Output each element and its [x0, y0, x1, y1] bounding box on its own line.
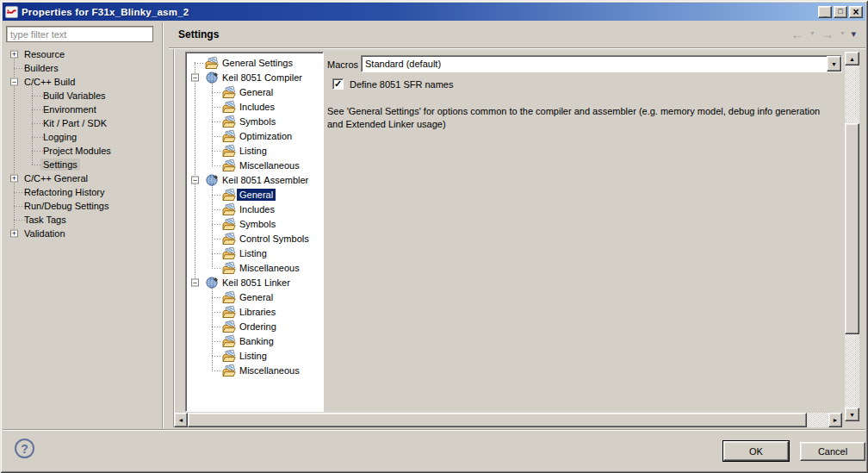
tree-item-refactoring-history[interactable]: Refactoring History	[5, 185, 162, 199]
tree-item-environment[interactable]: Environment	[5, 103, 162, 116]
horizontal-scrollbar[interactable]: ◄ ►	[174, 413, 842, 427]
tree-item-miscellaneous[interactable]: Miscellaneous	[188, 158, 323, 172]
macros-dropdown[interactable]: Standard (default) ▼	[361, 55, 842, 72]
settings-category-icon	[222, 305, 236, 318]
tree-line	[212, 239, 222, 240]
maximize-button[interactable]: □	[834, 6, 847, 18]
tree-line	[212, 121, 222, 122]
scroll-left-icon[interactable]: ◄	[174, 413, 188, 427]
tree-item-label: C/C++ Build	[22, 76, 78, 88]
panel-sash[interactable]	[162, 22, 164, 428]
tree-item-label: Listing	[237, 145, 270, 157]
tree-item-keil-8051-compiler[interactable]: − Keil 8051 Compiler	[188, 70, 323, 84]
tree-item-banking[interactable]: Banking	[188, 333, 323, 348]
vertical-scrollbar[interactable]: ▲ ▼	[845, 52, 859, 421]
tree-item-optimization[interactable]: Optimization	[188, 128, 323, 143]
tree-item-symbols[interactable]: Symbols	[188, 216, 323, 231]
tree-item-resource[interactable]: +Resource	[5, 47, 162, 61]
tree-item-control-symbols[interactable]: Control Symbols	[188, 231, 323, 246]
tree-item-logging[interactable]: Logging	[5, 130, 162, 144]
tree-line	[212, 327, 222, 327]
back-icon[interactable]: ←	[790, 28, 803, 40]
ok-button-face[interactable]: OK	[723, 441, 789, 461]
settings-category-icon	[222, 232, 236, 245]
sfr-names-checkbox[interactable]: ✓	[332, 78, 344, 90]
settings-category-icon	[222, 188, 236, 201]
tree-item-ordering[interactable]: Ordering	[188, 319, 323, 333]
tool-icon	[205, 173, 219, 186]
tree-item-c-c-general[interactable]: +C/C++ General	[5, 171, 162, 185]
expand-icon[interactable]: +	[10, 230, 18, 238]
tree-item-miscellaneous[interactable]: Miscellaneous	[188, 363, 323, 377]
filter-input[interactable]	[6, 26, 153, 42]
settings-category-icon	[222, 349, 236, 362]
settings-category-icon	[222, 85, 236, 98]
collapse-icon[interactable]: −	[10, 78, 18, 86]
tree-item-general-settings[interactable]: General Settings	[188, 55, 323, 70]
tree-item-listing[interactable]: Listing	[188, 246, 323, 260]
tree-item-keil-8051-assembler[interactable]: − Keil 8051 Assembler	[188, 172, 323, 187]
scrollbar-thumb[interactable]	[845, 123, 859, 334]
scroll-right-icon[interactable]: ►	[828, 413, 842, 427]
checkmark-icon: ✓	[334, 79, 342, 89]
tree-item-label: Refactoring History	[22, 186, 108, 198]
tree-item-symbols[interactable]: Symbols	[188, 114, 323, 128]
tree-item-libraries[interactable]: Libraries	[188, 304, 323, 319]
tree-item-includes[interactable]: Includes	[188, 202, 323, 216]
tool-settings-panel: General Settings− Keil 8051 Compiler Gen…	[185, 52, 324, 412]
scroll-down-icon[interactable]: ▼	[845, 408, 859, 421]
tree-item-settings[interactable]: Settings	[5, 158, 162, 171]
footer-divider	[3, 429, 865, 431]
forward-icon[interactable]: →	[821, 28, 834, 40]
tree-item-miscellaneous[interactable]: Miscellaneous	[188, 260, 323, 275]
cancel-button[interactable]: Cancel	[800, 442, 865, 461]
tree-item-label: Listing	[237, 247, 270, 259]
collapse-icon[interactable]: −	[191, 73, 199, 81]
tree-item-listing[interactable]: Listing	[188, 143, 323, 158]
ok-button[interactable]: OK	[722, 440, 790, 462]
tree-line	[212, 136, 222, 137]
tree-item-c-c-build[interactable]: −C/C++ Build	[5, 75, 162, 89]
tree-item-includes[interactable]: Includes	[188, 99, 323, 114]
tree-item-label: Builders	[22, 62, 61, 74]
tree-item-label: General Settings	[220, 57, 295, 69]
help-button[interactable]: ?	[15, 439, 34, 458]
collapse-icon[interactable]: −	[191, 176, 199, 184]
tree-item-run-debug-settings[interactable]: Run/Debug Settings	[5, 199, 162, 213]
tree-line	[212, 370, 222, 371]
settings-category-icon	[222, 320, 236, 333]
title-bar[interactable]: Properties for F31x_Blinky_asm_2 _ □ ×	[3, 3, 865, 21]
tree-line	[212, 107, 222, 108]
header-nav: ← ▾ → ▾ ▾	[790, 26, 856, 41]
tree-item-project-modules[interactable]: Project Modules	[5, 144, 162, 158]
tree-item-general[interactable]: General	[188, 289, 323, 304]
tree-item-kit-part-sdk[interactable]: Kit / Part / SDK	[5, 116, 162, 130]
tree-item-general[interactable]: General	[188, 187, 323, 202]
view-menu-icon[interactable]: ▾	[851, 29, 856, 39]
tree-item-keil-8051-linker[interactable]: − Keil 8051 Linker	[188, 275, 323, 289]
tree-line	[212, 224, 222, 225]
macros-label: Macros	[327, 59, 358, 70]
minimize-button[interactable]: _	[818, 6, 832, 18]
chevron-down-icon[interactable]: ▼	[827, 56, 841, 72]
collapse-icon[interactable]: −	[191, 278, 199, 286]
content-group-border	[173, 49, 175, 427]
settings-category-icon	[222, 334, 236, 347]
expand-icon[interactable]: +	[10, 51, 18, 59]
tree-item-label: Symbols	[237, 218, 278, 230]
properties-tree: +ResourceBuilders−C/C++ BuildBuild Varia…	[5, 47, 162, 246]
back-menu-icon[interactable]: ▾	[810, 30, 814, 37]
tree-line	[212, 356, 222, 357]
tree-item-label: Environment	[40, 103, 99, 115]
tree-item-validation[interactable]: +Validation	[5, 227, 162, 240]
tree-item-build-variables[interactable]: Build Variables	[5, 89, 162, 103]
expand-icon[interactable]: +	[10, 175, 18, 183]
tree-item-task-tags[interactable]: Task Tags	[5, 213, 162, 227]
forward-menu-icon[interactable]: ▾	[840, 30, 844, 37]
scrollbar-thumb[interactable]	[188, 413, 807, 427]
scroll-up-icon[interactable]: ▲	[845, 52, 859, 65]
tree-item-listing[interactable]: Listing	[188, 348, 323, 363]
tree-item-general[interactable]: General	[188, 84, 323, 99]
close-button[interactable]: ×	[849, 6, 863, 18]
tree-item-builders[interactable]: Builders	[5, 61, 162, 75]
